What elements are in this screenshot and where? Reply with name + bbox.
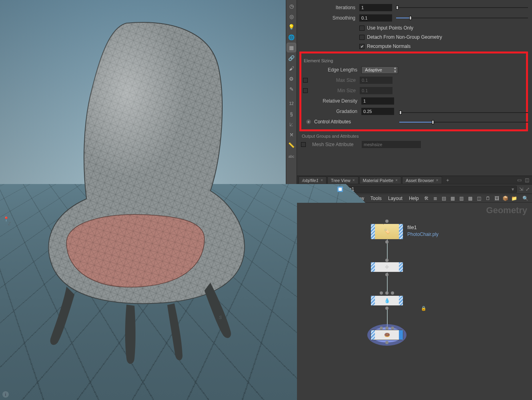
node-pin[interactable] — [385, 259, 389, 262]
node-pin[interactable] — [391, 291, 394, 295]
close-icon[interactable]: × — [353, 178, 355, 182]
expand-icon[interactable]: + — [306, 119, 311, 124]
param-smoothing: Smoothing — [301, 14, 528, 22]
node-file1[interactable]: 🏷️ — [371, 224, 403, 240]
smoothing-slider[interactable] — [396, 15, 528, 21]
checkbox-icon[interactable] — [301, 142, 306, 147]
shelf-num-icon[interactable]: 12 — [287, 99, 296, 108]
iterations-slider[interactable] — [396, 5, 528, 10]
grid2-icon[interactable]: ▦ — [449, 195, 456, 202]
node-pin[interactable] — [385, 240, 389, 244]
wrench-icon[interactable]: 🛠 — [423, 195, 430, 202]
node-file1-label: file1 — [407, 224, 417, 230]
checkbox-icon[interactable] — [359, 26, 365, 31]
menu-help[interactable]: Help — [406, 196, 421, 201]
shelf-angle-icon[interactable]: ⟀ — [287, 120, 296, 129]
max-size-label: Max Size — [311, 77, 360, 83]
torus-icon: 🍩 — [384, 332, 390, 338]
menu-tools[interactable]: Tools — [368, 196, 384, 201]
iterations-input[interactable] — [359, 4, 392, 11]
network-canvas[interactable]: Geometry 🏷️ file1 PhotoChair.ply ✥ trans… — [297, 203, 532, 400]
axis-label-s: s — [219, 314, 222, 320]
dropdown-icon[interactable]: ▾ — [512, 186, 514, 192]
grid1-icon[interactable]: ▤ — [440, 195, 448, 202]
node-pin[interactable] — [385, 341, 389, 344]
shelf-brush-icon[interactable]: 🖌 — [287, 64, 296, 73]
node-pin[interactable] — [385, 273, 389, 276]
search-icon[interactable]: 🔍 — [522, 195, 529, 202]
add-tab-icon[interactable]: ＋ — [443, 177, 452, 184]
param-detach[interactable]: Detach From Non-Group Geometry — [301, 33, 528, 41]
gradation-label: Gradation — [303, 109, 361, 114]
note-icon[interactable]: 🗒 — [484, 195, 492, 202]
shelf-target-icon[interactable]: ◎ — [287, 12, 296, 21]
param-input-points[interactable]: Use Input Points Only — [301, 24, 528, 32]
checkbox-icon[interactable]: ✔ — [359, 44, 365, 49]
tab-tree-view[interactable]: Tree View × — [327, 176, 359, 184]
list-icon[interactable]: ≣ — [432, 195, 439, 202]
param-min-size: Min Size — [303, 86, 524, 95]
gradation-input[interactable] — [361, 108, 394, 115]
shelf-earth-icon[interactable]: 🌐 — [287, 33, 296, 42]
node-pin[interactable] — [385, 327, 389, 330]
shelf-transform-icon[interactable]: ⤧ — [287, 130, 296, 139]
edge-lengths-combo[interactable]: Adaptive ▲▼ — [361, 66, 398, 74]
grid3-icon[interactable]: ▥ — [458, 195, 465, 202]
mesh-size-input — [362, 141, 421, 148]
param-max-size: Max Size — [303, 76, 524, 85]
droplet-icon: 💧 — [384, 298, 390, 303]
checkbox-icon[interactable] — [359, 35, 365, 40]
folder-icon[interactable]: 📁 — [511, 195, 518, 202]
node-particlefluidsurface1[interactable]: 💧 particlefluidsurface1 — [371, 295, 403, 306]
close-icon[interactable]: × — [321, 178, 323, 182]
node-pin[interactable] — [385, 291, 389, 295]
node-pin[interactable] — [385, 220, 389, 223]
menu-layout[interactable]: Layout — [386, 196, 405, 201]
checkbox-icon[interactable] — [303, 88, 308, 93]
input-points-label: Use Input Points Only — [367, 25, 413, 31]
smoothing-input[interactable] — [359, 14, 392, 22]
param-relative-density: Relative Density — [303, 97, 524, 105]
shelf-spring-icon[interactable]: § — [287, 109, 296, 118]
node-pin[interactable] — [380, 291, 383, 295]
shelf-cube-icon[interactable]: ▦ — [287, 43, 296, 52]
expand-icon[interactable]: ⤢ — [526, 186, 530, 192]
viewport-info-icon[interactable]: i — [2, 391, 9, 398]
tab-path[interactable]: /obj/file1 × — [299, 176, 327, 184]
maximize-icon[interactable]: ▭ — [516, 177, 523, 183]
min-size-label: Min Size — [311, 88, 360, 93]
close-icon[interactable]: × — [395, 178, 398, 182]
edge-lengths-value: Adaptive — [365, 67, 382, 72]
shelf-abc-icon[interactable]: abc — [289, 155, 295, 158]
viewport-pin-icon[interactable]: 📍 — [2, 216, 10, 223]
viewport-3d[interactable]: z s 📍 i — [0, 0, 286, 400]
node-pin[interactable] — [380, 327, 383, 330]
checkbox-icon[interactable] — [303, 78, 308, 83]
shelf-bulb-icon[interactable]: 💡 — [287, 22, 296, 31]
split-icon[interactable]: ◫ — [524, 177, 530, 183]
shelf-link-icon[interactable]: 🔗 — [287, 53, 296, 62]
node-pin[interactable] — [391, 327, 394, 330]
param-recompute-normals[interactable]: ✔ Recompute Normals — [301, 42, 528, 50]
network-tabs: /obj/file1 × Tree View × Material Palett… — [297, 176, 532, 184]
shelf-clock-icon[interactable]: ◷ — [287, 2, 296, 10]
tab-asset-browser[interactable]: Asset Browser × — [402, 176, 442, 184]
iterations-label: Iterations — [301, 5, 359, 10]
tab-material-palette[interactable]: Material Palette × — [359, 176, 401, 184]
node-pin[interactable] — [385, 307, 389, 310]
node-remesh2[interactable]: 🍩 remesh2 — [371, 330, 403, 340]
recompute-label: Recompute Normals — [367, 44, 410, 49]
box-icon[interactable]: 📦 — [502, 195, 509, 202]
grid4-icon[interactable]: ▩ — [467, 195, 474, 202]
shelf-ruler-icon[interactable]: 📏 — [287, 141, 296, 149]
close-icon[interactable]: × — [436, 178, 438, 182]
detach-label: Detach From Non-Group Geometry — [367, 34, 442, 40]
rel-density-input[interactable] — [361, 97, 394, 105]
columns-icon[interactable]: ◫ — [476, 195, 483, 202]
image-icon[interactable]: 🖼 — [493, 195, 500, 202]
shelf-gear-icon[interactable]: ⚙ — [287, 74, 296, 83]
pin-icon[interactable]: ⇲ — [519, 186, 523, 192]
geo-icon — [337, 186, 343, 192]
shelf-pen-icon[interactable]: ✎ — [287, 85, 296, 93]
node-transform1[interactable]: ✥ transform1 — [371, 262, 403, 272]
